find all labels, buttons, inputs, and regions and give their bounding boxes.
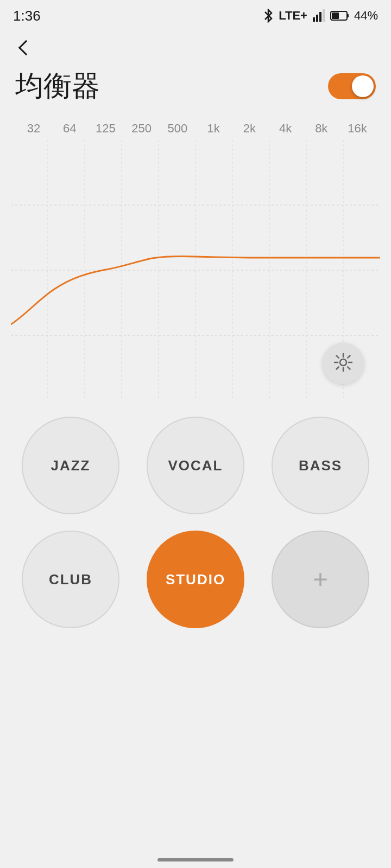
freq-64: 64 — [53, 122, 86, 136]
network-label: LTE+ — [279, 9, 307, 23]
title-row: 均衡器 — [0, 61, 391, 116]
freq-2k: 2k — [233, 122, 266, 136]
preset-studio[interactable]: STUDIO — [147, 531, 244, 628]
add-icon: + — [313, 566, 328, 592]
back-arrow-icon — [18, 40, 34, 55]
status-icons: LTE+ 44% — [262, 9, 378, 23]
preset-vocal-label: VOCAL — [168, 457, 223, 474]
svg-rect-0 — [313, 17, 315, 22]
freq-250: 250 — [125, 122, 158, 136]
presets-row-2: CLUB STUDIO + — [22, 531, 369, 628]
header — [0, 29, 391, 61]
freq-1k: 1k — [197, 122, 230, 136]
svg-rect-5 — [347, 14, 349, 17]
freq-4k: 4k — [269, 122, 302, 136]
status-bar: 1:36 LTE+ 44% — [0, 0, 391, 29]
svg-rect-3 — [323, 9, 325, 22]
presets-row-1: JAZZ VOCAL BASS — [22, 417, 369, 514]
svg-rect-2 — [319, 12, 321, 22]
preset-studio-label: STUDIO — [166, 571, 225, 588]
freq-32: 32 — [17, 122, 50, 136]
battery-label: 44% — [354, 9, 378, 23]
freq-8k: 8k — [305, 122, 338, 136]
home-indicator — [157, 858, 234, 861]
preset-club-label: CLUB — [49, 571, 92, 588]
preset-jazz-label: JAZZ — [51, 457, 91, 474]
svg-point-19 — [340, 359, 346, 366]
bluetooth-icon — [262, 9, 274, 23]
status-time: 1:36 — [13, 8, 41, 24]
svg-rect-6 — [332, 12, 339, 19]
battery-icon — [330, 10, 350, 22]
svg-rect-1 — [316, 15, 318, 22]
gear-icon — [333, 353, 353, 374]
signal-icon — [312, 9, 326, 23]
preset-vocal[interactable]: VOCAL — [147, 417, 244, 514]
toggle-thumb — [352, 75, 374, 97]
freq-16k: 16k — [341, 122, 374, 136]
page-title: 均衡器 — [15, 67, 100, 105]
eq-toggle[interactable] — [328, 73, 376, 99]
toggle-track — [328, 73, 376, 99]
preset-bass[interactable]: BASS — [272, 417, 369, 514]
preset-bass-label: BASS — [299, 457, 342, 474]
freq-125: 125 — [89, 122, 122, 136]
back-button[interactable] — [13, 35, 39, 61]
preset-jazz[interactable]: JAZZ — [22, 417, 119, 514]
presets-section: JAZZ VOCAL BASS CLUB STUDIO + — [0, 400, 391, 655]
settings-button[interactable] — [323, 343, 364, 384]
freq-500: 500 — [161, 122, 194, 136]
preset-add[interactable]: + — [272, 531, 369, 628]
preset-club[interactable]: CLUB — [22, 531, 119, 628]
eq-chart-wrapper: 32 64 125 250 500 1k 2k 4k 8k 16k — [0, 122, 391, 400]
eq-chart[interactable] — [11, 140, 380, 400]
eq-frequency-labels: 32 64 125 250 500 1k 2k 4k 8k 16k — [11, 122, 380, 136]
